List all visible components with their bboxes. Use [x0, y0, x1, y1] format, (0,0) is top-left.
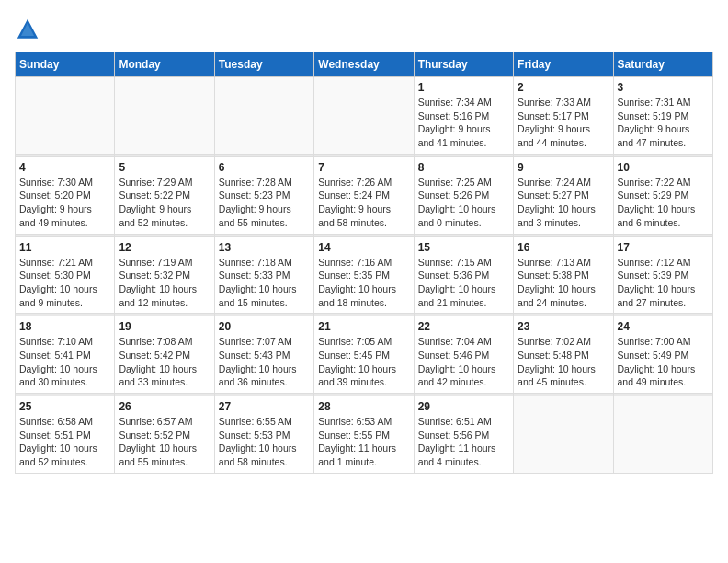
- day-info: Sunrise: 7:12 AM Sunset: 5:39 PM Dayligh…: [618, 256, 709, 310]
- day-number: 20: [219, 320, 310, 333]
- calendar-cell: 14Sunrise: 7:16 AM Sunset: 5:35 PM Dayli…: [314, 236, 414, 314]
- day-number: 17: [618, 241, 709, 254]
- calendar-cell: [314, 77, 414, 155]
- day-info: Sunrise: 7:21 AM Sunset: 5:30 PM Dayligh…: [19, 256, 110, 310]
- calendar-cell: [214, 77, 313, 155]
- day-info: Sunrise: 6:57 AM Sunset: 5:52 PM Dayligh…: [119, 415, 210, 469]
- day-info: Sunrise: 7:33 AM Sunset: 5:17 PM Dayligh…: [518, 96, 609, 150]
- day-info: Sunrise: 7:18 AM Sunset: 5:33 PM Dayligh…: [219, 256, 310, 310]
- calendar-cell: 2Sunrise: 7:33 AM Sunset: 5:17 PM Daylig…: [514, 77, 613, 155]
- day-info: Sunrise: 6:51 AM Sunset: 5:56 PM Dayligh…: [418, 415, 509, 469]
- day-info: Sunrise: 7:07 AM Sunset: 5:43 PM Dayligh…: [219, 335, 310, 389]
- calendar-cell: 21Sunrise: 7:05 AM Sunset: 5:45 PM Dayli…: [314, 316, 414, 394]
- header-saturday: Saturday: [613, 52, 712, 77]
- week-row-3: 18Sunrise: 7:10 AM Sunset: 5:41 PM Dayli…: [16, 316, 713, 394]
- calendar-cell: 13Sunrise: 7:18 AM Sunset: 5:33 PM Dayli…: [214, 236, 313, 314]
- week-row-2: 11Sunrise: 7:21 AM Sunset: 5:30 PM Dayli…: [16, 236, 713, 314]
- day-number: 21: [318, 320, 409, 333]
- calendar-cell: 20Sunrise: 7:07 AM Sunset: 5:43 PM Dayli…: [214, 316, 313, 394]
- calendar-cell: 11Sunrise: 7:21 AM Sunset: 5:30 PM Dayli…: [16, 236, 115, 314]
- day-info: Sunrise: 7:31 AM Sunset: 5:19 PM Dayligh…: [618, 96, 709, 150]
- day-info: Sunrise: 7:02 AM Sunset: 5:48 PM Dayligh…: [518, 335, 609, 389]
- calendar-cell: [514, 396, 613, 474]
- day-info: Sunrise: 7:13 AM Sunset: 5:38 PM Dayligh…: [518, 256, 609, 310]
- day-info: Sunrise: 7:34 AM Sunset: 5:16 PM Dayligh…: [418, 96, 509, 150]
- day-info: Sunrise: 7:24 AM Sunset: 5:27 PM Dayligh…: [518, 176, 609, 230]
- day-number: 19: [119, 320, 210, 333]
- week-row-4: 25Sunrise: 6:58 AM Sunset: 5:51 PM Dayli…: [16, 396, 713, 474]
- calendar-cell: 15Sunrise: 7:15 AM Sunset: 5:36 PM Dayli…: [414, 236, 513, 314]
- calendar-cell: 4Sunrise: 7:30 AM Sunset: 5:20 PM Daylig…: [16, 156, 115, 234]
- header-friday: Friday: [514, 52, 613, 77]
- day-info: Sunrise: 7:10 AM Sunset: 5:41 PM Dayligh…: [19, 335, 110, 389]
- calendar-cell: [16, 77, 115, 155]
- week-row-0: 1Sunrise: 7:34 AM Sunset: 5:16 PM Daylig…: [16, 77, 713, 155]
- day-info: Sunrise: 7:15 AM Sunset: 5:36 PM Dayligh…: [418, 256, 509, 310]
- day-number: 12: [119, 241, 210, 254]
- day-number: 9: [518, 161, 609, 174]
- day-number: 11: [19, 241, 110, 254]
- day-number: 29: [418, 400, 509, 413]
- day-info: Sunrise: 7:05 AM Sunset: 5:45 PM Dayligh…: [318, 335, 409, 389]
- day-number: 27: [219, 400, 310, 413]
- day-info: Sunrise: 7:26 AM Sunset: 5:24 PM Dayligh…: [318, 176, 409, 230]
- calendar-cell: 17Sunrise: 7:12 AM Sunset: 5:39 PM Dayli…: [613, 236, 712, 314]
- calendar-cell: 29Sunrise: 6:51 AM Sunset: 5:56 PM Dayli…: [414, 396, 513, 474]
- calendar-cell: 19Sunrise: 7:08 AM Sunset: 5:42 PM Dayli…: [115, 316, 214, 394]
- calendar-cell: 18Sunrise: 7:10 AM Sunset: 5:41 PM Dayli…: [16, 316, 115, 394]
- day-number: 18: [19, 320, 110, 333]
- calendar-cell: 7Sunrise: 7:26 AM Sunset: 5:24 PM Daylig…: [314, 156, 414, 234]
- day-number: 25: [19, 400, 110, 413]
- calendar-cell: 9Sunrise: 7:24 AM Sunset: 5:27 PM Daylig…: [514, 156, 613, 234]
- day-info: Sunrise: 7:04 AM Sunset: 5:46 PM Dayligh…: [418, 335, 509, 389]
- day-number: 4: [19, 161, 110, 174]
- calendar-cell: 6Sunrise: 7:28 AM Sunset: 5:23 PM Daylig…: [214, 156, 313, 234]
- calendar-cell: 23Sunrise: 7:02 AM Sunset: 5:48 PM Dayli…: [514, 316, 613, 394]
- header-monday: Monday: [115, 52, 214, 77]
- day-number: 26: [119, 400, 210, 413]
- calendar-header-row: SundayMondayTuesdayWednesdayThursdayFrid…: [16, 52, 713, 77]
- day-info: Sunrise: 7:19 AM Sunset: 5:32 PM Dayligh…: [119, 256, 210, 310]
- day-number: 22: [418, 320, 509, 333]
- day-number: 24: [618, 320, 709, 333]
- day-info: Sunrise: 7:00 AM Sunset: 5:49 PM Dayligh…: [618, 335, 709, 389]
- calendar-cell: 10Sunrise: 7:22 AM Sunset: 5:29 PM Dayli…: [613, 156, 712, 234]
- day-number: 8: [418, 161, 509, 174]
- day-info: Sunrise: 7:22 AM Sunset: 5:29 PM Dayligh…: [618, 176, 709, 230]
- day-number: 1: [418, 81, 509, 94]
- day-number: 3: [618, 81, 709, 94]
- calendar-cell: 26Sunrise: 6:57 AM Sunset: 5:52 PM Dayli…: [115, 396, 214, 474]
- day-info: Sunrise: 7:30 AM Sunset: 5:20 PM Dayligh…: [19, 176, 110, 230]
- day-number: 14: [318, 241, 409, 254]
- day-number: 6: [219, 161, 310, 174]
- day-info: Sunrise: 7:28 AM Sunset: 5:23 PM Dayligh…: [219, 176, 310, 230]
- day-number: 15: [418, 241, 509, 254]
- day-number: 16: [518, 241, 609, 254]
- day-info: Sunrise: 6:58 AM Sunset: 5:51 PM Dayligh…: [19, 415, 110, 469]
- day-info: Sunrise: 7:16 AM Sunset: 5:35 PM Dayligh…: [318, 256, 409, 310]
- calendar-cell: 22Sunrise: 7:04 AM Sunset: 5:46 PM Dayli…: [414, 316, 513, 394]
- calendar: SundayMondayTuesdayWednesdayThursdayFrid…: [15, 52, 713, 474]
- header-thursday: Thursday: [414, 52, 513, 77]
- header-wednesday: Wednesday: [314, 52, 414, 77]
- calendar-cell: 1Sunrise: 7:34 AM Sunset: 5:16 PM Daylig…: [414, 77, 513, 155]
- calendar-cell: 3Sunrise: 7:31 AM Sunset: 5:19 PM Daylig…: [613, 77, 712, 155]
- calendar-cell: 8Sunrise: 7:25 AM Sunset: 5:26 PM Daylig…: [414, 156, 513, 234]
- day-number: 7: [318, 161, 409, 174]
- day-info: Sunrise: 7:25 AM Sunset: 5:26 PM Dayligh…: [418, 176, 509, 230]
- calendar-cell: 12Sunrise: 7:19 AM Sunset: 5:32 PM Dayli…: [115, 236, 214, 314]
- header-sunday: Sunday: [16, 52, 115, 77]
- header-tuesday: Tuesday: [214, 52, 313, 77]
- day-info: Sunrise: 7:08 AM Sunset: 5:42 PM Dayligh…: [119, 335, 210, 389]
- header: [15, 15, 713, 42]
- day-number: 5: [119, 161, 210, 174]
- calendar-cell: 25Sunrise: 6:58 AM Sunset: 5:51 PM Dayli…: [16, 396, 115, 474]
- calendar-cell: 5Sunrise: 7:29 AM Sunset: 5:22 PM Daylig…: [115, 156, 214, 234]
- day-number: 23: [518, 320, 609, 333]
- calendar-cell: [115, 77, 214, 155]
- calendar-cell: 27Sunrise: 6:55 AM Sunset: 5:53 PM Dayli…: [214, 396, 313, 474]
- day-number: 28: [318, 400, 409, 413]
- day-info: Sunrise: 6:53 AM Sunset: 5:55 PM Dayligh…: [318, 415, 409, 469]
- week-row-1: 4Sunrise: 7:30 AM Sunset: 5:20 PM Daylig…: [16, 156, 713, 234]
- calendar-cell: 28Sunrise: 6:53 AM Sunset: 5:55 PM Dayli…: [314, 396, 414, 474]
